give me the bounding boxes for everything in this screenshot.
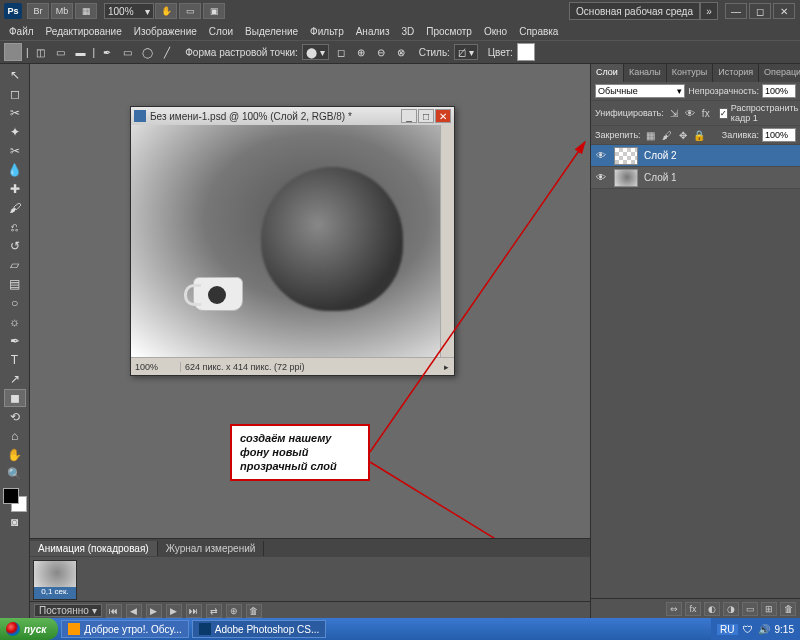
menu-analysis[interactable]: Анализ — [351, 24, 395, 39]
lasso-tool[interactable]: ✂ — [4, 104, 26, 122]
unify-visibility-icon[interactable]: 👁 — [683, 106, 697, 120]
line-icon[interactable]: ╱ — [159, 44, 175, 60]
layer-row[interactable]: 👁 Слой 2 — [591, 145, 800, 167]
tab-paths[interactable]: Контуры — [667, 64, 713, 82]
workspace-more[interactable]: » — [700, 2, 718, 20]
link-layers-button[interactable]: ⇔ — [666, 602, 682, 616]
blur-tool[interactable]: ○ — [4, 294, 26, 312]
tray-icon[interactable]: 🛡 — [743, 624, 753, 635]
quickmask-tool[interactable]: ◙ — [4, 513, 26, 531]
menu-view[interactable]: Просмотр — [421, 24, 477, 39]
language-indicator[interactable]: RU — [717, 624, 737, 635]
color-swatches[interactable] — [3, 488, 27, 512]
doc-zoom[interactable]: 100% — [131, 362, 181, 372]
workspace-switcher[interactable]: Основная рабочая среда — [569, 2, 700, 20]
last-frame-button[interactable]: ⏭ — [186, 604, 202, 618]
screen-mode-button[interactable]: ▣ — [203, 3, 225, 19]
menu-help[interactable]: Справка — [514, 24, 563, 39]
ellipse-icon[interactable]: ◯ — [139, 44, 155, 60]
move-tool[interactable]: ↖ — [4, 66, 26, 84]
delete-layer-button[interactable]: 🗑 — [780, 602, 796, 616]
doc-minimize[interactable]: _ — [401, 109, 417, 123]
clock[interactable]: 9:15 — [775, 624, 794, 635]
doc-maximize[interactable]: □ — [418, 109, 434, 123]
rect-icon[interactable]: ▭ — [119, 44, 135, 60]
menu-filter[interactable]: Фильтр — [305, 24, 349, 39]
visibility-toggle[interactable]: 👁 — [591, 150, 611, 161]
pen-tool[interactable]: ✒ — [4, 332, 26, 350]
wand-tool[interactable]: ✦ — [4, 123, 26, 141]
pen-icon[interactable]: ✒ — [99, 44, 115, 60]
marquee-tool[interactable]: ◻ — [4, 85, 26, 103]
propagate-checkbox[interactable]: ✓ — [719, 108, 728, 119]
hand-tool-button[interactable]: ✋ — [155, 3, 177, 19]
doc-vscroll[interactable] — [440, 125, 454, 357]
tab-channels[interactable]: Каналы — [624, 64, 667, 82]
zoom-tool[interactable]: 🔍 — [4, 465, 26, 483]
mini-bridge-button[interactable]: Mb — [51, 3, 73, 19]
document-window[interactable]: Без имени-1.psd @ 100% (Слой 2, RGB/8) *… — [130, 106, 455, 376]
3d-tool[interactable]: ⟲ — [4, 408, 26, 426]
history-brush-tool[interactable]: ↺ — [4, 237, 26, 255]
gradient-tool[interactable]: ▤ — [4, 275, 26, 293]
brush-tool[interactable]: 🖌 — [4, 199, 26, 217]
layer-mask-button[interactable]: ◐ — [704, 602, 720, 616]
unify-style-icon[interactable]: fx — [699, 106, 713, 120]
menu-window[interactable]: Окно — [479, 24, 512, 39]
combine-sub[interactable]: ⊖ — [373, 44, 389, 60]
lock-pixels-icon[interactable]: ▦ — [644, 128, 658, 142]
adjustment-layer-button[interactable]: ◑ — [723, 602, 739, 616]
combine-add[interactable]: ⊕ — [353, 44, 369, 60]
document-canvas[interactable] — [131, 125, 440, 357]
fill-field[interactable]: 100% — [762, 128, 796, 142]
prev-frame-button[interactable]: ◀ — [126, 604, 142, 618]
layer-thumb[interactable] — [614, 147, 638, 165]
animation-frame-1[interactable]: 0,1 сек. — [33, 560, 77, 600]
tab-history[interactable]: История — [713, 64, 759, 82]
layer-row[interactable]: 👁 Слой 1 — [591, 167, 800, 189]
layer-fx-button[interactable]: fx — [685, 602, 701, 616]
fg-color[interactable] — [3, 488, 19, 504]
tab-measure-log[interactable]: Журнал измерений — [158, 541, 265, 556]
tween-button[interactable]: ⇄ — [206, 604, 222, 618]
menu-image[interactable]: Изображение — [129, 24, 202, 39]
color-swatch[interactable] — [517, 43, 535, 61]
unify-position-icon[interactable]: ⇲ — [667, 106, 681, 120]
view-button[interactable]: ▦ — [75, 3, 97, 19]
layer-name[interactable]: Слой 1 — [641, 172, 677, 183]
play-button[interactable]: ▶ — [146, 604, 162, 618]
menu-select[interactable]: Выделение — [240, 24, 303, 39]
menu-edit[interactable]: Редактирование — [41, 24, 127, 39]
menu-3d[interactable]: 3D — [396, 24, 419, 39]
path-tool[interactable]: ↗ — [4, 370, 26, 388]
delete-frame-button[interactable]: 🗑 — [246, 604, 262, 618]
tab-layers[interactable]: Слои — [591, 64, 624, 82]
doc-close[interactable]: ✕ — [435, 109, 451, 123]
tool-preset[interactable] — [4, 43, 22, 61]
hand-tool[interactable]: ✋ — [4, 446, 26, 464]
tab-actions[interactable]: Операции — [759, 64, 800, 82]
shape-tool[interactable]: ◼ — [4, 389, 26, 407]
lock-position-icon[interactable]: ✥ — [676, 128, 690, 142]
paths-icon[interactable]: ◫ — [33, 44, 49, 60]
zoom-dropdown[interactable]: 100%▾ — [104, 3, 154, 19]
document-titlebar[interactable]: Без имени-1.psd @ 100% (Слой 2, RGB/8) *… — [131, 107, 454, 125]
menu-layers[interactable]: Слои — [204, 24, 238, 39]
start-button[interactable]: пуск — [0, 618, 58, 640]
new-frame-button[interactable]: ⊕ — [226, 604, 242, 618]
layer-group-button[interactable]: ▭ — [742, 602, 758, 616]
dodge-tool[interactable]: ☼ — [4, 313, 26, 331]
close-button[interactable]: ✕ — [773, 3, 795, 19]
combine-int[interactable]: ⊗ — [393, 44, 409, 60]
type-tool[interactable]: T — [4, 351, 26, 369]
minimize-button[interactable]: ― — [725, 3, 747, 19]
blend-mode-dropdown[interactable]: Обычные▾ — [595, 84, 685, 98]
frame-duration[interactable]: 0,1 сек. — [34, 587, 76, 599]
eyedropper-tool[interactable]: 💧 — [4, 161, 26, 179]
fill-icon[interactable]: ▬ — [73, 44, 89, 60]
arrange-button[interactable]: ▭ — [179, 3, 201, 19]
shape-icon[interactable]: ▭ — [53, 44, 69, 60]
next-frame-button[interactable]: ▶ — [166, 604, 182, 618]
taskbar-item-photoshop[interactable]: Adobe Photoshop CS... — [192, 620, 327, 638]
eraser-tool[interactable]: ▱ — [4, 256, 26, 274]
